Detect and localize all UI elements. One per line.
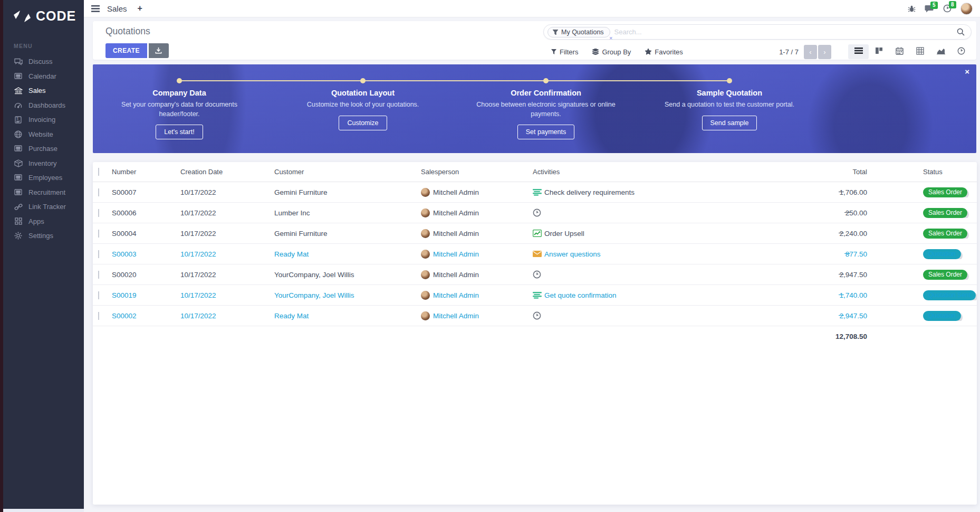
- table-row-s00019[interactable]: S00019 10/17/2022 YourCompany, Joel Will…: [93, 285, 977, 306]
- row-salesperson: Mitchell Admin: [421, 270, 533, 279]
- activity-view-button[interactable]: [951, 44, 972, 59]
- row-status: Quotation Sent: [923, 290, 977, 300]
- row-checkbox[interactable]: [98, 250, 99, 258]
- sidebar-item-purchase[interactable]: Purchase: [3, 141, 84, 156]
- calendar-view-button[interactable]: [889, 44, 910, 59]
- row-checkbox[interactable]: [98, 188, 99, 196]
- grid-icon: [14, 217, 23, 225]
- timeline-dot: [360, 78, 366, 83]
- hamburger-menu-icon[interactable]: [91, 5, 100, 12]
- gear-icon: [14, 232, 23, 240]
- user-avatar[interactable]: [960, 3, 973, 15]
- filters-button[interactable]: Filters: [551, 48, 578, 56]
- table-row-s00002[interactable]: S00002 10/17/2022 Ready Mat Mitchell Adm…: [93, 306, 977, 326]
- filters-icon: [551, 49, 556, 54]
- row-activity[interactable]: [533, 270, 733, 279]
- step-action-button[interactable]: Customize: [339, 116, 387, 130]
- salesperson-name: Mitchell Admin: [433, 312, 479, 320]
- row-salesperson: Mitchell Admin: [421, 311, 533, 320]
- row-total: 1,740.00: [733, 291, 923, 299]
- sidebar-item-calendar[interactable]: Calendar: [3, 69, 84, 84]
- kanban-view-button[interactable]: [869, 44, 889, 59]
- step-title: Order Confirmation: [467, 89, 625, 97]
- row-checkbox[interactable]: [98, 312, 99, 320]
- group-by-button[interactable]: Group By: [592, 48, 631, 56]
- activity-label: Check delivery requirements: [544, 188, 635, 196]
- sidebar-item-label: Inventory: [28, 159, 56, 167]
- row-number[interactable]: S00004: [112, 230, 180, 238]
- search-input[interactable]: Search...: [614, 28, 957, 36]
- col-status[interactable]: Status: [923, 168, 977, 176]
- sidebar-item-employees[interactable]: Employees: [3, 170, 84, 185]
- sidebar-item-dashboards[interactable]: Dashboards: [3, 98, 84, 113]
- search-bar[interactable]: My Quotations × Search...: [543, 24, 972, 40]
- table-row-s00006[interactable]: S00006 10/17/2022 Lumber Inc Mitchell Ad…: [93, 203, 977, 223]
- step-action-button[interactable]: Send sample: [702, 116, 757, 130]
- table-row-s00007[interactable]: S00007 10/17/2022 Gemini Furniture Mitch…: [93, 182, 977, 203]
- step-action-button[interactable]: Set payments: [517, 125, 574, 139]
- row-activity[interactable]: Get quote confirmation: [533, 291, 733, 299]
- salesperson-name: Mitchell Admin: [433, 271, 479, 279]
- row-activity[interactable]: Order Upsell: [533, 230, 733, 238]
- sidebar-item-discuss[interactable]: Discuss: [3, 54, 84, 69]
- banner-close-icon[interactable]: ×: [965, 67, 969, 76]
- facet-remove-icon[interactable]: ×: [609, 35, 612, 41]
- row-number[interactable]: S00006: [112, 209, 180, 217]
- col-activities[interactable]: Activities: [533, 168, 733, 176]
- sidebar-item-settings[interactable]: Settings: [3, 229, 84, 243]
- pager-previous-button[interactable]: ‹: [804, 45, 817, 59]
- favorites-button[interactable]: Favorites: [645, 48, 683, 56]
- row-activity[interactable]: Answer questions: [533, 250, 733, 258]
- col-total[interactable]: Total: [733, 168, 923, 176]
- create-button[interactable]: CREATE: [105, 43, 147, 58]
- status-badge: Quotation: [923, 311, 961, 321]
- col-number[interactable]: Number: [112, 168, 180, 176]
- table-row-s00003[interactable]: S00003 10/17/2022 Ready Mat Mitchell Adm…: [93, 244, 977, 264]
- row-checkbox[interactable]: [98, 291, 99, 299]
- row-number[interactable]: S00020: [112, 271, 180, 279]
- row-checkbox[interactable]: [98, 271, 99, 279]
- row-number[interactable]: S00003: [112, 250, 180, 258]
- app-title[interactable]: Sales: [107, 4, 127, 13]
- row-activity[interactable]: Check delivery requirements: [533, 188, 733, 196]
- sidebar-item-sales[interactable]: Sales: [3, 83, 84, 98]
- select-all-checkbox[interactable]: [98, 168, 99, 176]
- sidebar-item-inventory[interactable]: Inventory: [3, 156, 84, 171]
- salesperson-avatar: [421, 188, 430, 197]
- col-salesperson[interactable]: Salesperson: [421, 168, 533, 176]
- table-row-s00020[interactable]: S00020 10/17/2022 YourCompany, Joel Will…: [93, 264, 977, 285]
- step-action-button[interactable]: Let's start!: [156, 125, 203, 139]
- row-number[interactable]: S00002: [112, 312, 180, 320]
- graph-view-button[interactable]: [930, 44, 951, 59]
- row-activity[interactable]: [533, 208, 733, 217]
- export-button[interactable]: [149, 43, 169, 58]
- main-area: Sales + 5 8 Quotations CREATE: [84, 0, 980, 512]
- row-number[interactable]: S00019: [112, 291, 180, 299]
- sidebar-item-apps[interactable]: Apps: [3, 214, 84, 229]
- activities-clock-icon[interactable]: 8: [943, 4, 952, 13]
- row-checkbox[interactable]: [98, 209, 99, 217]
- sidebar-item-link-tracker[interactable]: Link Tracker: [3, 200, 84, 214]
- pivot-view-button[interactable]: [910, 44, 930, 59]
- table-row-s00004[interactable]: S00004 10/17/2022 Gemini Furniture Mitch…: [93, 223, 977, 244]
- step-title: Quotation Layout: [284, 89, 442, 97]
- row-status: Sales Order: [923, 229, 977, 239]
- logo-icon: [13, 10, 32, 23]
- col-customer[interactable]: Customer: [274, 168, 421, 176]
- sidebar-item-recruitment[interactable]: Recruitment: [3, 185, 84, 200]
- debug-bug-icon[interactable]: [908, 5, 916, 13]
- list-view-button[interactable]: [848, 44, 869, 59]
- row-activity[interactable]: [533, 311, 733, 320]
- new-tab-button[interactable]: +: [138, 4, 142, 13]
- logo[interactable]: CODE: [3, 0, 84, 24]
- sidebar-item-invoicing[interactable]: $ Invoicing: [3, 112, 84, 127]
- search-facet-chip[interactable]: My Quotations: [547, 27, 610, 37]
- activity-label: Answer questions: [544, 250, 601, 258]
- pager-next-button[interactable]: ›: [818, 45, 831, 59]
- row-checkbox[interactable]: [98, 230, 99, 238]
- messages-icon[interactable]: 5: [925, 5, 934, 13]
- col-creation-date[interactable]: Creation Date: [180, 168, 274, 176]
- row-number[interactable]: S00007: [112, 188, 180, 196]
- search-icon[interactable]: [957, 28, 965, 36]
- sidebar-item-website[interactable]: Website: [3, 127, 84, 142]
